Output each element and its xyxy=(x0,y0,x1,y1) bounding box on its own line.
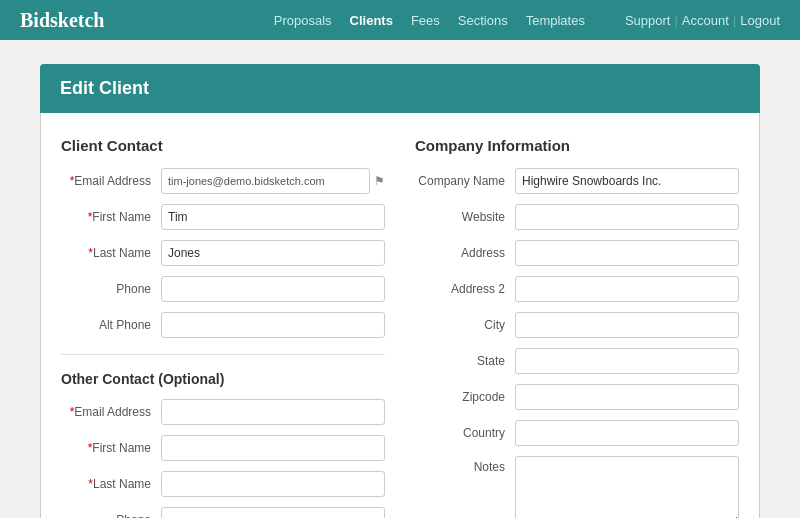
other-email-group: Email Address xyxy=(61,399,385,425)
last-name-input[interactable] xyxy=(161,240,385,266)
nav-right: Support | Account | Logout xyxy=(625,13,780,28)
nav-support[interactable]: Support xyxy=(625,13,671,28)
company-name-input[interactable] xyxy=(515,168,739,194)
nav-clients[interactable]: Clients xyxy=(350,13,393,28)
country-label: Country xyxy=(415,426,515,440)
other-first-name-group: First Name xyxy=(61,435,385,461)
other-phone-group: Phone xyxy=(61,507,385,518)
page: Edit Client Client Contact Email Address… xyxy=(10,40,790,518)
nav-logout[interactable]: Logout xyxy=(740,13,780,28)
section-divider xyxy=(61,354,385,355)
notes-input[interactable] xyxy=(515,456,739,518)
two-col-layout: Client Contact Email Address ⚑ First Nam… xyxy=(61,137,739,518)
other-last-name-input[interactable] xyxy=(161,471,385,497)
alt-phone-label: Alt Phone xyxy=(61,318,161,332)
nav-templates[interactable]: Templates xyxy=(526,13,585,28)
website-group: Website xyxy=(415,204,739,230)
phone-group: Phone xyxy=(61,276,385,302)
other-first-name-label: First Name xyxy=(61,441,161,455)
alt-phone-input[interactable] xyxy=(161,312,385,338)
other-email-label: Email Address xyxy=(61,405,161,419)
email-input[interactable] xyxy=(161,168,370,194)
phone-label: Phone xyxy=(61,282,161,296)
alt-phone-group: Alt Phone xyxy=(61,312,385,338)
nav-fees[interactable]: Fees xyxy=(411,13,440,28)
first-name-input[interactable] xyxy=(161,204,385,230)
form-card: Client Contact Email Address ⚑ First Nam… xyxy=(40,113,760,518)
nav-divider1: | xyxy=(674,13,677,28)
zipcode-label: Zipcode xyxy=(415,390,515,404)
address2-input[interactable] xyxy=(515,276,739,302)
other-last-name-group: Last Name xyxy=(61,471,385,497)
address-label: Address xyxy=(415,246,515,260)
other-phone-input[interactable] xyxy=(161,507,385,518)
last-name-label: Last Name xyxy=(61,246,161,260)
website-label: Website xyxy=(415,210,515,224)
address2-group: Address 2 xyxy=(415,276,739,302)
city-label: City xyxy=(415,318,515,332)
email-group: Email Address ⚑ xyxy=(61,168,385,194)
website-input[interactable] xyxy=(515,204,739,230)
address-group: Address xyxy=(415,240,739,266)
first-name-label: First Name xyxy=(61,210,161,224)
client-contact-title: Client Contact xyxy=(61,137,385,154)
state-group: State xyxy=(415,348,739,374)
logo: Bidsketch xyxy=(20,9,104,32)
col-right: Company Information Company Name Website… xyxy=(415,137,739,518)
other-last-name-label: Last Name xyxy=(61,477,161,491)
email-wrapper: ⚑ xyxy=(161,168,385,194)
col-left: Client Contact Email Address ⚑ First Nam… xyxy=(61,137,385,518)
nav-sections[interactable]: Sections xyxy=(458,13,508,28)
first-name-group: First Name xyxy=(61,204,385,230)
last-name-group: Last Name xyxy=(61,240,385,266)
zipcode-input[interactable] xyxy=(515,384,739,410)
company-info-title: Company Information xyxy=(415,137,739,154)
zipcode-group: Zipcode xyxy=(415,384,739,410)
company-name-group: Company Name xyxy=(415,168,739,194)
other-email-input[interactable] xyxy=(161,399,385,425)
city-input[interactable] xyxy=(515,312,739,338)
other-contact-title: Other Contact (Optional) xyxy=(61,371,385,387)
state-input[interactable] xyxy=(515,348,739,374)
country-group: Country xyxy=(415,420,739,446)
address-input[interactable] xyxy=(515,240,739,266)
address2-label: Address 2 xyxy=(415,282,515,296)
nav-account[interactable]: Account xyxy=(682,13,729,28)
email-info-icon[interactable]: ⚑ xyxy=(374,174,385,188)
nav-links: Proposals Clients Fees Sections Template… xyxy=(274,13,585,28)
nav-proposals[interactable]: Proposals xyxy=(274,13,332,28)
edit-client-header: Edit Client xyxy=(40,64,760,113)
notes-group: Notes xyxy=(415,456,739,518)
company-name-label: Company Name xyxy=(415,174,515,188)
other-first-name-input[interactable] xyxy=(161,435,385,461)
nav-divider2: | xyxy=(733,13,736,28)
notes-label: Notes xyxy=(415,456,515,474)
state-label: State xyxy=(415,354,515,368)
phone-input[interactable] xyxy=(161,276,385,302)
country-input[interactable] xyxy=(515,420,739,446)
city-group: City xyxy=(415,312,739,338)
navbar: Bidsketch Proposals Clients Fees Section… xyxy=(0,0,800,40)
other-phone-label: Phone xyxy=(61,513,161,518)
email-label: Email Address xyxy=(61,174,161,188)
